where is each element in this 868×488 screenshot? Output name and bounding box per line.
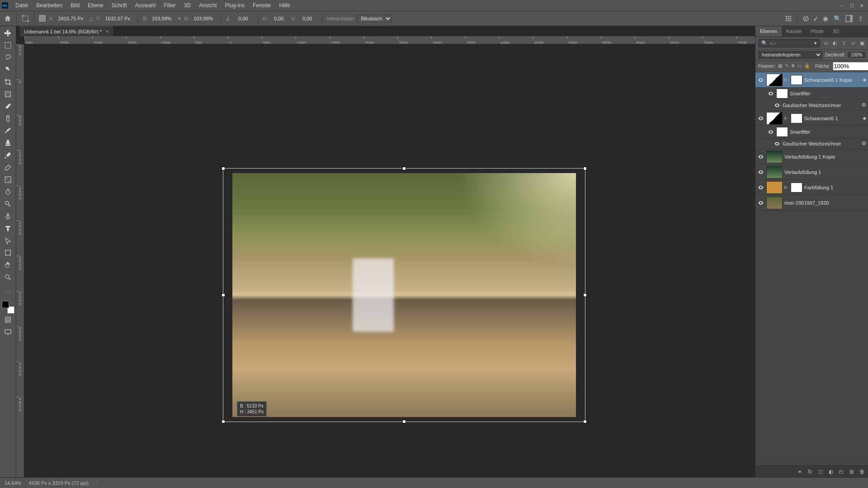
status-more-icon[interactable]: 〉: [96, 479, 101, 486]
layer-name[interactable]: Verlaufsfüllung 1: [784, 169, 866, 175]
zoom-level[interactable]: 14,64%: [5, 480, 21, 486]
delete-layer-icon[interactable]: 🗑: [859, 468, 865, 475]
gradient-tool[interactable]: [1, 174, 15, 186]
fill-input[interactable]: [833, 62, 868, 70]
handle-mid-right[interactable]: [583, 293, 587, 297]
minimize-button[interactable]: ─: [837, 2, 846, 9]
horizontal-ruler[interactable]: 0002500200015001000500050010001500200025…: [24, 36, 755, 44]
menu-ansicht[interactable]: Ansicht: [195, 1, 220, 10]
handle-top-right[interactable]: [583, 167, 587, 170]
frame-tool[interactable]: [1, 88, 15, 100]
layer-name[interactable]: river-2951997_1920: [784, 200, 866, 206]
menu-ebene[interactable]: Ebene: [84, 1, 107, 10]
mask-thumb[interactable]: [791, 113, 802, 123]
fx-icon[interactable]: fx: [807, 468, 813, 475]
lock-position-icon[interactable]: ✥: [791, 63, 795, 69]
tab-kanaele[interactable]: Kanäle: [782, 26, 806, 37]
layer-row[interactable]: ⎘ Farbfüllung 1: [755, 180, 868, 195]
layer-row[interactable]: ⎘ Schwarzweiß 1 Kopie ◈: [755, 72, 868, 88]
share-icon[interactable]: ⇪: [857, 15, 864, 22]
new-layer-icon[interactable]: ⊞: [848, 468, 855, 475]
marquee-tool[interactable]: [1, 39, 15, 52]
menu-bearbeiten[interactable]: Bearbeiten: [33, 1, 66, 10]
layer-name[interactable]: Schwarzweiß 1 Kopie: [804, 77, 861, 83]
menu-3d[interactable]: 3D: [180, 1, 194, 10]
tab-ebenen[interactable]: Ebenen: [755, 26, 782, 37]
filter-name[interactable]: Gaußscher Weichzeichner: [783, 103, 860, 108]
cloud-icon[interactable]: ◉: [822, 15, 829, 22]
hand-tool[interactable]: [1, 259, 15, 271]
layer-row[interactable]: ⎘ Schwarzweiß 1 ◈: [755, 111, 868, 126]
filter-options-icon[interactable]: ⚙: [862, 141, 866, 146]
eyedropper-tool[interactable]: [1, 100, 15, 113]
quickmask-tool[interactable]: [1, 314, 15, 326]
layer-thumb[interactable]: [766, 74, 783, 86]
blur-tool[interactable]: [1, 186, 15, 198]
add-mask-icon[interactable]: ◻: [817, 468, 824, 475]
layer-row[interactable]: Verlaufsfüllung 1: [755, 164, 868, 180]
filter-type-icon[interactable]: T: [841, 40, 847, 47]
lock-pixels-icon[interactable]: ▦: [778, 63, 782, 69]
history-brush-tool[interactable]: [1, 149, 15, 161]
menu-fenster[interactable]: Fenster: [249, 1, 275, 10]
layer-row[interactable]: river-2951997_1920: [755, 195, 868, 211]
opacity-input[interactable]: [848, 52, 865, 58]
filter-image-icon[interactable]: ▭: [823, 40, 829, 47]
eraser-tool[interactable]: [1, 161, 15, 174]
layer-search-input[interactable]: [769, 41, 812, 46]
home-icon[interactable]: [4, 14, 12, 23]
layer-name[interactable]: Schwarzweiß 1: [804, 116, 861, 121]
lock-artboard-icon[interactable]: ▭: [797, 63, 802, 69]
layer-thumb[interactable]: [766, 112, 783, 125]
layer-thumb[interactable]: [766, 181, 783, 194]
tab-3d[interactable]: 3D: [828, 26, 844, 37]
layer-row[interactable]: Gaußscher Weichzeichner ⚙: [755, 138, 868, 149]
path-tool[interactable]: [1, 235, 15, 247]
warp-icon[interactable]: [784, 14, 793, 23]
transform-y-input[interactable]: [102, 16, 133, 21]
filter-options-icon[interactable]: ⚙: [862, 102, 866, 108]
fg-color-swatch[interactable]: [2, 301, 9, 308]
layer-thumb[interactable]: [766, 150, 783, 163]
layer-search-box[interactable]: 🔍 ▾: [758, 39, 820, 47]
layer-row[interactable]: Verlaufsfüllung 1 Kopie: [755, 149, 868, 164]
link-layers-icon[interactable]: ⚭: [796, 468, 803, 475]
canvas[interactable]: B : 5133 Px H : 3451 Px: [24, 44, 755, 477]
visibility-toggle[interactable]: [767, 90, 774, 97]
move-tool[interactable]: [1, 27, 15, 39]
layer-row[interactable]: Smartfilter: [755, 88, 868, 100]
handle-top-left[interactable]: [222, 167, 225, 170]
document-tab[interactable]: Unbenannt-1 bei 14,6% (RGB/8#) * ×: [19, 26, 113, 37]
filter-adjust-icon[interactable]: ◐: [832, 40, 838, 47]
menu-schrift[interactable]: Schrift: [108, 1, 131, 10]
doc-dimensions[interactable]: 4936 Px x 3319 Px (72 ppi): [28, 480, 89, 486]
visibility-toggle[interactable]: [774, 102, 781, 109]
stamp-tool[interactable]: [1, 137, 15, 149]
dodge-tool[interactable]: [1, 198, 15, 210]
filter-name[interactable]: Gaußscher Weichzeichner: [783, 141, 860, 146]
workspace-icon[interactable]: [845, 15, 853, 22]
blend-mode-select[interactable]: Ineinanderkopieren: [758, 51, 822, 59]
color-swatches[interactable]: [2, 301, 14, 314]
shape-tool[interactable]: [1, 247, 15, 259]
layer-row[interactable]: Gaußscher Weichzeichner ⚙: [755, 100, 868, 111]
close-button[interactable]: ✕: [857, 2, 866, 9]
zoom-tool[interactable]: [1, 271, 15, 283]
menu-bild[interactable]: Bild: [67, 1, 83, 10]
chevron-down-icon[interactable]: ▾: [814, 40, 817, 46]
transform-h-input[interactable]: [191, 16, 216, 21]
interp-select[interactable]: Bikubisch: [357, 14, 392, 23]
brush-tool[interactable]: [1, 125, 15, 137]
triangle-icon[interactable]: △: [89, 15, 93, 22]
more-tools[interactable]: ⋯: [1, 286, 15, 298]
filter-shape-icon[interactable]: ▱: [850, 40, 856, 47]
menu-plugins[interactable]: Plug-ins: [222, 1, 248, 10]
transform-w-input[interactable]: [149, 16, 175, 21]
tab-pfade[interactable]: Pfade: [806, 26, 828, 37]
quickselect-tool[interactable]: [1, 64, 15, 76]
vertical-ruler[interactable]: 500050010001500200025003000350040004500: [16, 44, 24, 477]
group-icon[interactable]: 🗀: [838, 468, 844, 475]
menu-datei[interactable]: Datei: [12, 1, 32, 10]
cancel-transform-icon[interactable]: ⊘: [802, 15, 809, 22]
transform-bounding-box[interactable]: [223, 169, 585, 422]
